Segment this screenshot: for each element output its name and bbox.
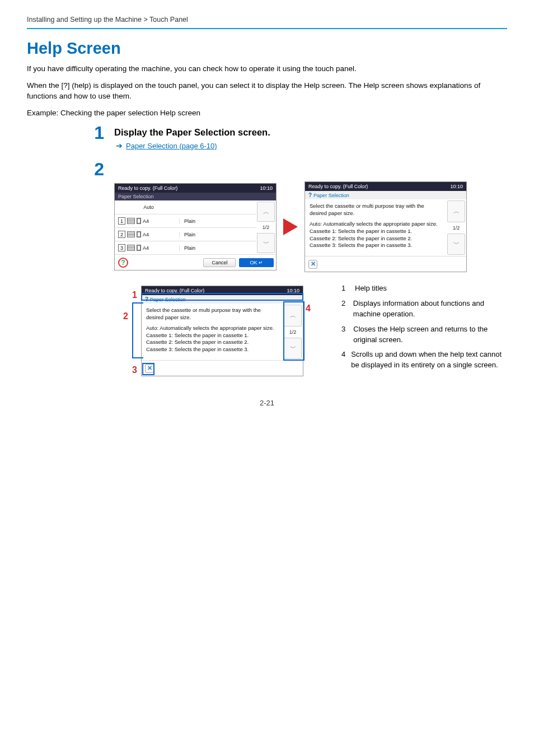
page-number: 2-21 (27, 399, 507, 407)
panel-help-screen: Ready to copy. (Full Color) 10:10 ? Pape… (305, 181, 467, 272)
step-1-title: Display the Paper Selection screen. (114, 127, 270, 138)
legend-num: 1 (341, 283, 349, 294)
arrow-right-icon (283, 218, 298, 235)
intro-para-1: If you have difficulty operating the mac… (27, 63, 507, 74)
legend-num: 2 (341, 298, 348, 320)
panel-paper-selection: Ready to copy. (Full Color) 10:10 Paper … (114, 183, 277, 270)
paper-row-label: A4 (143, 245, 149, 251)
legend-num: 3 (341, 324, 348, 346)
scroll-page-indicator: 1/2 (283, 328, 303, 337)
legend-num: 4 (341, 349, 345, 371)
svg-rect-9 (137, 232, 140, 237)
panels-row: Ready to copy. (Full Color) 10:10 Paper … (114, 181, 507, 272)
panel-time: 10:10 (450, 184, 463, 189)
paper-row-type: Plain (179, 218, 256, 224)
callout-1: 1 (132, 290, 137, 300)
help-button[interactable]: ? (118, 258, 128, 268)
question-icon: ? (121, 259, 125, 267)
page-title: Help Screen (27, 39, 507, 58)
help-text-line: Select the cassette or multi purpose tra… (310, 203, 442, 217)
step-2: 2 (88, 160, 507, 178)
scroll-page-indicator: 1/2 (256, 223, 276, 232)
svg-rect-14 (137, 246, 140, 250)
step-1-number: 1 (88, 124, 104, 142)
paper-row-label: A4 (143, 232, 149, 237)
close-help-button[interactable]: ✕ (145, 364, 154, 373)
page-icon (137, 231, 141, 237)
svg-rect-4 (137, 219, 140, 223)
scroll-up-button[interactable]: ︿ (447, 200, 465, 222)
chevron-up-icon: ︿ (263, 208, 269, 216)
legend-text-3: Closes the Help screen and returns to th… (353, 324, 504, 346)
cassette-icon (127, 218, 135, 224)
arrow-icon: ➔ (116, 141, 123, 150)
svg-marker-15 (283, 218, 298, 235)
legend-text-1: Help titles (355, 283, 387, 294)
paper-row-2[interactable]: 2 A4 Plain (115, 227, 256, 241)
panel-status: Ready to copy. (Full Color) (118, 185, 177, 191)
breadcrumb: Installing and Setting up the Machine > … (27, 16, 507, 27)
help-text-line: Auto: Automatically selects the appropri… (146, 325, 278, 353)
paper-row-label: A4 (143, 218, 149, 224)
paper-selection-link[interactable]: Paper Selection (page 6-10) (126, 142, 217, 150)
scroll-down-button[interactable]: ﹀ (257, 233, 275, 253)
intro-para-3: Example: Checking the paper selection He… (27, 108, 507, 119)
paper-row-1[interactable]: 1 A4 Plain (115, 214, 256, 227)
callout-4: 4 (306, 304, 311, 314)
step-2-number: 2 (88, 160, 104, 178)
panel-time: 10:10 (260, 185, 273, 191)
callout-2: 2 (123, 311, 128, 321)
page-icon (137, 245, 141, 251)
chevron-down-icon: ﹀ (263, 239, 269, 248)
chevron-up-icon: ︿ (453, 207, 460, 216)
cassette-number-icon: 2 (118, 231, 125, 238)
paper-row-3[interactable]: 3 A4 Plain (115, 241, 256, 254)
paper-row-label: Auto (143, 204, 154, 210)
chevron-down-icon: ﹀ (290, 344, 296, 352)
paper-row-auto[interactable]: Auto (115, 200, 256, 214)
cassette-number-icon: 3 (118, 244, 125, 251)
legend-text-2: Displays information about functions and… (353, 298, 504, 320)
ok-button[interactable]: OK ↵ (239, 258, 274, 267)
divider (27, 28, 507, 29)
help-text-line: Auto: Automatically selects the appropri… (310, 221, 442, 249)
paper-row-type: Plain (179, 232, 256, 237)
panel-subtitle: Paper Selection (115, 193, 276, 200)
chevron-down-icon: ﹀ (453, 240, 460, 248)
scroll-up-button[interactable]: ︿ (284, 305, 302, 326)
page-icon (137, 218, 141, 224)
legend: 1Help titles 2Displays information about… (341, 283, 504, 375)
scroll-up-button[interactable]: ︿ (257, 202, 275, 222)
help-text-line: Select the cassette or multi purpose tra… (146, 307, 278, 321)
panel-time: 10:10 (287, 288, 299, 293)
question-icon: ? (308, 192, 312, 198)
paper-row-type: Plain (179, 245, 256, 251)
step-1: 1 Display the Paper Selection screen. ➔ … (88, 124, 507, 150)
intro-para-2: When the [?] (help) is displayed on the … (27, 80, 507, 102)
help-panel-subtitle: ? Paper Selection (142, 295, 303, 304)
legend-text-4: Scrolls up and down when the help text c… (351, 349, 504, 371)
callout-3: 3 (132, 365, 137, 375)
cancel-button[interactable]: Cancel (203, 258, 236, 267)
annotated-section: 1 2 3 4 Ready to copy. (Full Color) 10:1… (129, 286, 507, 376)
cassette-icon (127, 245, 135, 251)
scroll-down-button[interactable]: ﹀ (447, 234, 465, 255)
question-icon: ? (145, 296, 148, 302)
cassette-number-icon: 1 (118, 217, 125, 225)
scroll-page-indicator: 1/2 (446, 223, 466, 232)
cassette-icon (127, 231, 135, 237)
close-icon: ✕ (311, 260, 316, 268)
chevron-up-icon: ︿ (290, 311, 296, 320)
help-panel-subtitle: ? Paper Selection (305, 191, 466, 199)
close-icon: ✕ (147, 365, 152, 372)
panel-help-screen-annotated: Ready to copy. (Full Color) 10:10 ? Pape… (141, 286, 303, 376)
scroll-down-button[interactable]: ﹀ (284, 338, 302, 359)
panel-status: Ready to copy. (Full Color) (308, 184, 368, 189)
panel-status: Ready to copy. (Full Color) (145, 288, 204, 293)
close-help-button[interactable]: ✕ (308, 260, 317, 269)
